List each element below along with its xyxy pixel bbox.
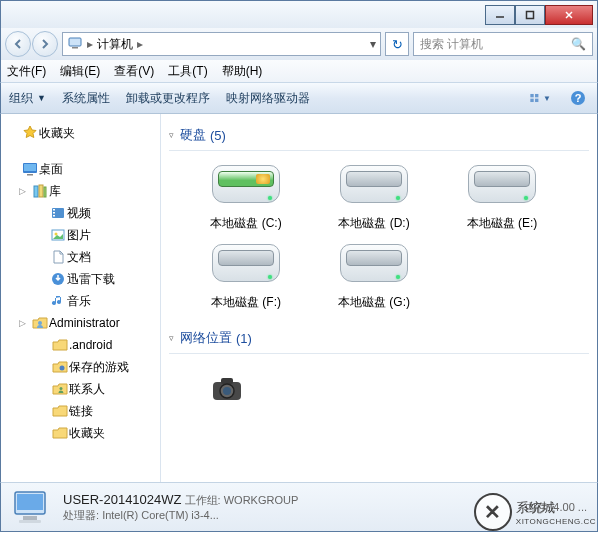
uninstall-button[interactable]: 卸载或更改程序 (126, 90, 210, 107)
svg-rect-5 (72, 47, 78, 49)
view-options-button[interactable]: ▼ (529, 87, 551, 109)
navigation-bar: ▸ 计算机 ▸ ▾ ↻ 搜索 计算机 🔍 (0, 28, 598, 60)
menu-tools[interactable]: 工具(T) (168, 63, 207, 80)
tree-downloads[interactable]: 迅雷下载 (1, 268, 160, 290)
drive-d[interactable]: 本地磁盘 (D:) (315, 161, 433, 232)
maximize-button[interactable] (515, 5, 545, 25)
svg-rect-1 (527, 11, 534, 18)
tree-contacts[interactable]: 联系人 (1, 378, 160, 400)
menu-file[interactable]: 文件(F) (7, 63, 46, 80)
svg-rect-8 (530, 99, 533, 102)
refresh-button[interactable]: ↻ (385, 32, 409, 56)
collapse-icon: ▿ (169, 333, 174, 343)
organize-button[interactable]: 组织 ▼ (9, 90, 46, 107)
svg-rect-6 (530, 94, 533, 97)
breadcrumb-separator: ▸ (137, 37, 143, 51)
svg-rect-14 (27, 174, 33, 176)
folder-icon (51, 425, 69, 441)
tree-pictures[interactable]: 图片 (1, 224, 160, 246)
tree-music[interactable]: 音乐 (1, 290, 160, 312)
command-toolbar: 组织 ▼ 系统属性 卸载或更改程序 映射网络驱动器 ▼ ? (0, 82, 598, 114)
tree-desktop[interactable]: 桌面 (1, 158, 160, 180)
svg-rect-15 (34, 186, 38, 197)
drive-f[interactable]: 本地磁盘 (F:) (187, 240, 305, 311)
map-drive-button[interactable]: 映射网络驱动器 (226, 90, 310, 107)
tree-libraries[interactable]: ▷库 (1, 180, 160, 202)
video-icon (49, 205, 67, 221)
svg-rect-29 (221, 378, 233, 384)
svg-point-27 (60, 387, 63, 390)
system-properties-button[interactable]: 系统属性 (62, 90, 110, 107)
documents-icon (49, 249, 67, 265)
tree-videos[interactable]: 视频 (1, 202, 160, 224)
tree-savedgames[interactable]: 保存的游戏 (1, 356, 160, 378)
status-mem: 4.00 ... (553, 501, 587, 513)
drive-icon (462, 161, 542, 211)
desktop-icon (21, 161, 39, 177)
group-header-hdd[interactable]: ▿ 硬盘 (5) (169, 122, 589, 151)
user-folder-icon (31, 315, 49, 331)
tree-favorites2[interactable]: 收藏夹 (1, 422, 160, 444)
address-dropdown-icon[interactable]: ▾ (370, 37, 376, 51)
content-pane: ▿ 硬盘 (5) 本地磁盘 (C:) 本地磁盘 (D:) 本地磁盘 (E:) 本… (161, 114, 597, 482)
search-icon: 🔍 (571, 37, 586, 51)
svg-rect-16 (39, 185, 43, 197)
forward-button[interactable] (32, 31, 58, 57)
folder-icon (51, 403, 69, 419)
svg-rect-19 (53, 209, 55, 211)
tree-favorites[interactable]: 收藏夹 (1, 122, 160, 144)
camera-icon (203, 370, 251, 406)
download-icon (49, 271, 67, 287)
breadcrumb-separator: ▸ (87, 37, 93, 51)
computer-icon (67, 35, 83, 54)
expand-icon[interactable]: ▷ (19, 186, 31, 196)
drive-icon (334, 240, 414, 290)
status-mem-label: 内存: (525, 501, 550, 513)
expand-icon[interactable]: ▷ (19, 318, 31, 328)
collapse-icon: ▿ (169, 130, 174, 140)
group-header-network[interactable]: ▿ 网络位置 (1) (169, 325, 589, 354)
menu-edit[interactable]: 编辑(E) (60, 63, 100, 80)
close-button[interactable] (545, 5, 593, 25)
menu-help[interactable]: 帮助(H) (222, 63, 263, 80)
pictures-icon (49, 227, 67, 243)
drive-icon (334, 161, 414, 211)
search-placeholder: 搜索 计算机 (420, 36, 483, 53)
breadcrumb-root[interactable]: 计算机 (97, 36, 133, 53)
drive-e[interactable]: 本地磁盘 (E:) (443, 161, 561, 232)
status-workgroup: WORKGROUP (224, 494, 299, 506)
menu-bar: 文件(F) 编辑(E) 查看(V) 工具(T) 帮助(H) (0, 60, 598, 82)
drive-icon (206, 240, 286, 290)
svg-rect-21 (53, 215, 55, 217)
drive-g[interactable]: 本地磁盘 (G:) (315, 240, 433, 311)
search-box[interactable]: 搜索 计算机 🔍 (413, 32, 593, 56)
minimize-button[interactable] (485, 5, 515, 25)
network-device[interactable] (187, 364, 267, 412)
window-controls (485, 5, 593, 25)
svg-rect-20 (53, 212, 55, 214)
help-button[interactable]: ? (567, 87, 589, 109)
back-button[interactable] (5, 31, 31, 57)
svg-rect-4 (69, 38, 81, 46)
svg-rect-35 (19, 520, 41, 523)
svg-rect-33 (17, 494, 43, 510)
menu-view[interactable]: 查看(V) (114, 63, 154, 80)
address-bar[interactable]: ▸ 计算机 ▸ ▾ (62, 32, 381, 56)
drive-c[interactable]: 本地磁盘 (C:) (187, 161, 305, 232)
tree-administrator[interactable]: ▷Administrator (1, 312, 160, 334)
music-icon (49, 293, 67, 309)
svg-point-26 (60, 366, 65, 371)
status-cpu: Intel(R) Core(TM) i3-4... (102, 509, 219, 521)
star-icon (21, 125, 39, 141)
svg-point-25 (38, 321, 42, 325)
contacts-icon (51, 381, 69, 397)
details-pane: USER-20141024WZ 工作组: WORKGROUP 处理器: Inte… (0, 482, 598, 532)
tree-android[interactable]: .android (1, 334, 160, 356)
svg-point-31 (223, 387, 231, 395)
tree-links[interactable]: 链接 (1, 400, 160, 422)
status-workgroup-label: 工作组: (185, 494, 221, 506)
tree-documents[interactable]: 文档 (1, 246, 160, 268)
drive-icon (206, 161, 286, 211)
computer-icon (11, 486, 53, 528)
drives-grid: 本地磁盘 (C:) 本地磁盘 (D:) 本地磁盘 (E:) 本地磁盘 (F:) … (169, 161, 589, 311)
